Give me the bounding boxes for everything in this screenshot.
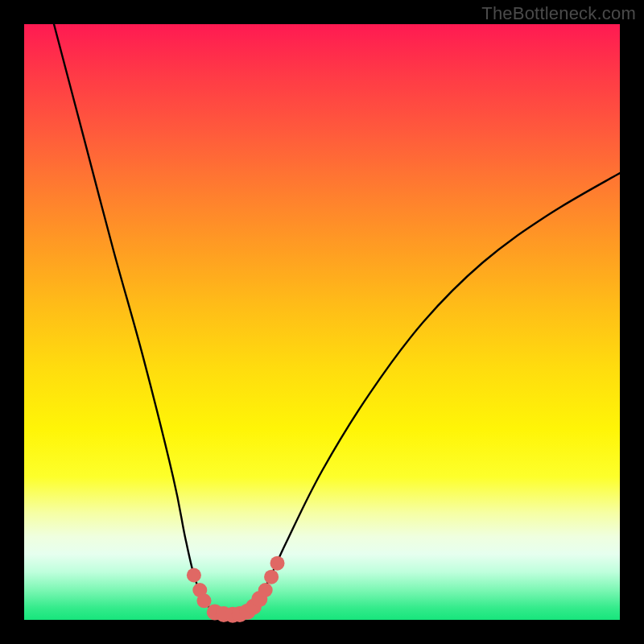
plot-area	[24, 24, 620, 620]
plot-svg	[24, 24, 620, 620]
highlight-dot	[264, 570, 279, 584]
curve-right	[245, 173, 620, 613]
highlight-dots	[187, 556, 285, 623]
highlight-dot	[270, 556, 285, 571]
watermark-text: TheBottleneck.com	[481, 3, 636, 24]
chart-frame: TheBottleneck.com	[0, 0, 644, 644]
highlight-dot	[196, 593, 211, 608]
curve-left	[54, 24, 221, 613]
highlight-dot	[258, 583, 273, 597]
highlight-dot	[187, 568, 201, 583]
